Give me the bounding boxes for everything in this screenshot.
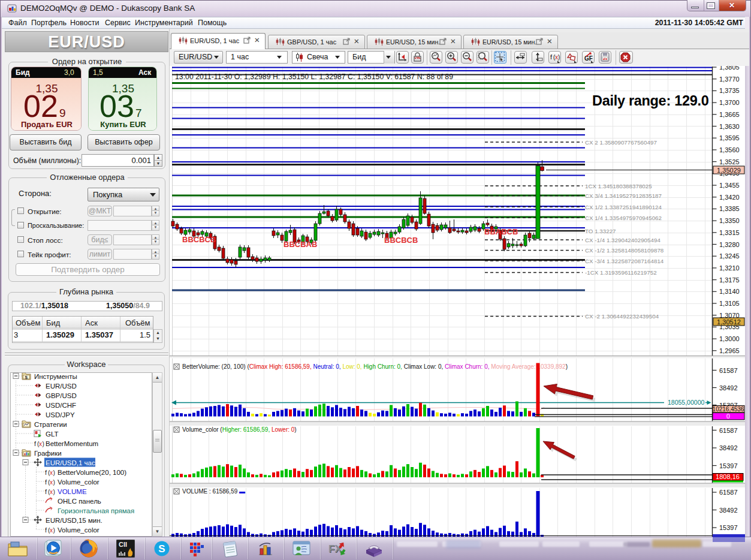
svg-text:CX 1/2 1.3387251941890124: CX 1/2 1.3387251941890124 [585, 204, 662, 210]
svg-text:EUR/USD,1 час: EUR/USD,1 час [46, 459, 95, 466]
svg-text:1,3140: 1,3140 [719, 288, 740, 295]
svg-text:GF: GF [584, 55, 593, 62]
svg-text:1,3665: 1,3665 [719, 111, 740, 118]
svg-text:1,3735: 1,3735 [719, 87, 740, 94]
svg-text:38492: 38492 [719, 384, 738, 392]
svg-text:1,3350: 1,3350 [719, 217, 740, 224]
svg-text:61587: 61587 [719, 367, 738, 374]
svg-text:1,3700: 1,3700 [719, 99, 740, 106]
svg-text:f: f [34, 440, 37, 447]
svg-text:38492: 38492 [719, 444, 738, 451]
svg-text:f: f [45, 488, 47, 495]
svg-text:Горизонтальная прямая: Горизонтальная прямая [58, 507, 134, 514]
svg-text:13:00 2011-11-30 O: 1,32989: 13:00 2011-11-30 O: 1,32989 H: 1,35150 L… [175, 73, 453, 81]
svg-text:): ) [43, 441, 44, 447]
svg-text:FX: FX [328, 543, 342, 555]
svg-text:1,3805: 1,3805 [719, 66, 740, 71]
svg-text:CX -1/2 1.3258148058109878: CX -1/2 1.3258148058109878 [585, 247, 664, 254]
svg-text:BetterVolume: (20, 100) (Clima: BetterVolume: (20, 100) (Climax High: 61… [182, 363, 568, 370]
svg-text:10216,4536: 10216,4536 [713, 406, 744, 413]
svg-text:Стратегии: Стратегии [34, 421, 67, 428]
svg-text:1,3210: 1,3210 [719, 264, 740, 272]
svg-text:Volume_color: Volume_color [58, 478, 99, 486]
svg-text:GBP/USD: GBP/USD [46, 392, 77, 399]
svg-text:VOLUME : 61586,59 ▬: VOLUME : 61586,59 ▬ [182, 488, 245, 495]
svg-text:Volume_color (Higher: 61586,59: Volume_color (Higher: 61586,59, Lower: 0… [182, 426, 297, 433]
svg-text:-1CX 1.3193596116219752: -1CX 1.3193596116219752 [585, 269, 657, 276]
svg-text:f: f [45, 526, 47, 534]
svg-text:1CX 1.345180388378025: 1CX 1.345180388378025 [585, 183, 652, 189]
svg-text:x: x [50, 489, 53, 495]
svg-text:x: x [50, 469, 53, 476]
svg-text:1,30512: 1,30512 [717, 318, 741, 326]
svg-text:x: x [39, 441, 42, 447]
svg-text:1,2965: 1,2965 [719, 347, 740, 354]
svg-text:EUR/USD,15 мин.: EUR/USD,15 мин. [46, 517, 102, 524]
svg-text:CX 3/4 1.3419527912835187: CX 3/4 1.3419527912835187 [585, 192, 662, 199]
svg-text:BBABCB: BBABCB [484, 227, 518, 236]
svg-text:EUR/USD: EUR/USD [46, 383, 77, 390]
svg-text:): ) [558, 54, 560, 61]
svg-text:Daily range: 129.0: Daily range: 129.0 [592, 93, 709, 109]
svg-text:1,3455: 1,3455 [719, 182, 740, 189]
svg-text:BBCBCB: BBCBCB [384, 236, 418, 245]
svg-text:CX -2 1.3064492232439504: CX -2 1.3064492232439504 [585, 313, 659, 320]
svg-text:1808,16: 1808,16 [716, 473, 740, 480]
svg-text:f: f [550, 53, 553, 61]
svg-text:1,3595: 1,3595 [719, 134, 740, 141]
svg-text:Volume_color: Volume_color [58, 526, 99, 534]
svg-text:1,3105: 1,3105 [719, 300, 740, 307]
svg-text:38492: 38492 [719, 507, 738, 514]
svg-text:x: x [50, 479, 53, 486]
svg-text:CX -1/4 1.329042402905494: CX -1/4 1.329042402905494 [585, 237, 660, 243]
svg-text:f: f [45, 469, 47, 476]
svg-text:): ) [53, 479, 55, 486]
svg-text:1,3770: 1,3770 [719, 76, 740, 83]
svg-text:1,3560: 1,3560 [719, 146, 740, 153]
svg-text:1,3175: 1,3175 [719, 276, 740, 284]
svg-text:CX 2 1.3580907767560497: CX 2 1.3580907767560497 [585, 139, 657, 146]
svg-text:): ) [53, 489, 55, 495]
svg-text:Инструменты: Инструменты [34, 373, 77, 380]
svg-text:1,3280: 1,3280 [719, 241, 740, 248]
svg-text:VOLUME: VOLUME [58, 488, 87, 495]
svg-text:1,3525: 1,3525 [719, 158, 740, 165]
svg-text:USD/CHF: USD/CHF [46, 402, 76, 409]
svg-text:OHLC панель: OHLC панель [58, 498, 101, 505]
svg-text:0: 0 [726, 413, 730, 420]
svg-text:61587: 61587 [719, 489, 738, 496]
svg-text:15397: 15397 [719, 524, 738, 531]
svg-text:1,3630: 1,3630 [719, 123, 740, 130]
svg-text:BetterVolume(20, 100): BetterVolume(20, 100) [58, 469, 126, 476]
svg-text:S: S [158, 543, 165, 555]
svg-text:Графики: Графики [34, 450, 62, 457]
svg-text:1,3385: 1,3385 [719, 205, 740, 212]
svg-text:BBCBAB: BBCBAB [283, 240, 317, 249]
svg-text:): ) [53, 469, 55, 476]
svg-text:f: f [45, 478, 47, 486]
svg-text:): ) [53, 527, 55, 534]
svg-text:18055,00000: 18055,00000 [668, 399, 704, 406]
svg-text:61587: 61587 [719, 427, 738, 434]
svg-text:BetterMomentum: BetterMomentum [46, 440, 98, 447]
svg-text:1,3420: 1,3420 [719, 194, 740, 201]
svg-text:CII: CII [119, 541, 127, 548]
svg-text:1,3245: 1,3245 [719, 252, 740, 260]
svg-text:$: $ [25, 375, 28, 380]
svg-text:x: x [50, 527, 53, 534]
svg-text:CX -3/4 1.3225872087164814: CX -3/4 1.3225872087164814 [585, 258, 664, 264]
svg-text:1,35029: 1,35029 [717, 167, 741, 174]
svg-text:15397: 15397 [719, 462, 738, 469]
svg-text:TO 1.33227: TO 1.33227 [585, 228, 616, 234]
svg-text:1,3315: 1,3315 [719, 229, 740, 236]
svg-text:BBCBCB: BBCBCB [182, 235, 216, 244]
svg-text:1,3000: 1,3000 [719, 335, 740, 342]
svg-text:CX 1/4 1.3354975970945062: CX 1/4 1.3354975970945062 [585, 215, 662, 221]
svg-text:GLT: GLT [46, 430, 59, 438]
svg-text:USD/JPY: USD/JPY [46, 411, 75, 419]
